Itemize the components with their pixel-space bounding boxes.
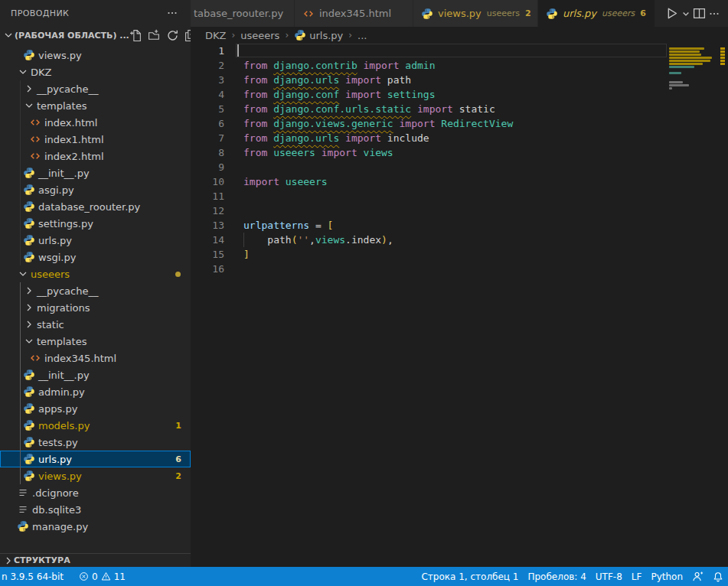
tree-item-index-html[interactable]: index.html [0,114,191,131]
tree-item-db-sqlite3[interactable]: db.sqlite3 [0,501,191,518]
tree-item-apps-py[interactable]: apps.py [0,400,191,417]
code-editor[interactable]: 12from django.contrib import admin3from … [191,44,728,567]
workspace-section-header[interactable]: (РАБОЧАЯ ОБЛАСТЬ) ... [0,27,191,44]
tree-item-views-py[interactable]: views.py [0,47,191,63]
code-line-6[interactable]: 6from django.views.generic import Redire… [191,116,728,131]
tree-item-admin-py[interactable]: admin.py [0,383,191,400]
code-line-16[interactable]: 16 [191,262,728,276]
code-token: from [243,147,273,158]
tab-tabase-roouter-py[interactable]: tabase_roouter.py [191,0,295,27]
split-editor-icon[interactable] [693,7,706,20]
tree-item-index2-html[interactable]: index2.html [0,148,191,164]
tree-item-label: wsgi.py [38,252,76,263]
status-language-mode[interactable]: Python [646,567,687,586]
tree-item-label: index.html [44,117,97,129]
code-line-1[interactable]: 1 [191,44,728,58]
more-actions-icon[interactable] [708,8,720,20]
breadcrumb-label: ... [357,30,367,41]
status-encoding[interactable]: UTF-8 [591,567,627,586]
tree-item-pycache[interactable]: __pycache__ [0,282,191,299]
outline-section-header[interactable]: СТРУКТУРА [0,553,191,567]
tree-item-init-py[interactable]: __init__.py [0,164,191,181]
status-cursor-position[interactable]: Строка 1, столбец 1 [416,567,523,586]
code-token [357,147,364,158]
python-icon [23,436,35,448]
code-line-3[interactable]: 3from django.urls import path [191,73,728,87]
status-eol[interactable]: LF [627,567,647,586]
breadcrumb-item-urls-py[interactable]: urls.py [294,29,343,41]
tree-item-database-roouter-py[interactable]: database_roouter.py [0,198,191,215]
run-dropdown-icon[interactable] [681,9,690,18]
code-line-11[interactable]: 11 [191,189,728,203]
refresh-icon[interactable] [166,29,179,42]
tree-item-dkz[interactable]: DKZ [0,63,191,80]
tree-item-manage-py[interactable]: manage.py [0,518,191,535]
status-notifications[interactable] [708,567,728,586]
code-token [339,132,345,144]
tree-item-settings-py[interactable]: settings.py [0,215,191,232]
tab-views-py[interactable]: views.pyuseeers2 [413,0,538,27]
status-indentation[interactable]: Пробелов: 4 [523,567,590,586]
code-token: '' [297,234,309,246]
status-problems[interactable]: 011 [74,567,130,586]
tree-item-index345-html[interactable]: index345.html [0,350,191,366]
tree-item-migrations[interactable]: migrations [0,299,191,316]
tree-item-models-py[interactable]: models.py1 [0,417,191,434]
tree-item-urls-py[interactable]: urls.py6 [0,451,191,467]
breadcrumb-label: useeers [240,30,279,41]
status-feedback[interactable] [687,567,708,586]
line-number: 2 [191,58,224,73]
code-line-5[interactable]: 5from django.conf.urls.static import sta… [191,102,728,116]
tree-item-views-py[interactable]: views.py2 [0,467,191,484]
python-icon [294,29,306,41]
tree-item-tests-py[interactable]: tests.py [0,434,191,451]
chevron-down-icon [23,99,35,112]
tree-item-templates[interactable]: templates [0,333,191,350]
tree-item-static[interactable]: static [0,316,191,333]
line-content: from django.urls import path [243,73,411,87]
code-line-13[interactable]: 13urlpatterns = [ [191,218,728,233]
indent-guide [20,198,21,215]
breadcrumb-item-useeers[interactable]: useeers [240,30,279,41]
code-line-7[interactable]: 7from django.urls import include [191,131,728,145]
tree-item-templates[interactable]: templates [0,97,191,114]
tree-item-urls-py[interactable]: urls.py [0,232,191,249]
code-token: django.urls [273,132,339,144]
close-icon[interactable]: × [654,8,655,19]
code-line-2[interactable]: 2from django.contrib import admin [191,58,728,73]
tab-index345-html[interactable]: index345.html [295,0,413,27]
views-more-actions-icon[interactable] [166,7,180,21]
indent-guide [20,417,21,434]
minimap-line [669,63,703,65]
code-line-12[interactable]: 12 [191,203,728,218]
code-line-15[interactable]: 15] [191,247,728,262]
tab-urls-py[interactable]: urls.pyuseeers6× [538,0,655,27]
status-python-version[interactable]: n 3.9.5 64-bit [0,567,68,586]
code-line-10[interactable]: 10import useeers [191,174,728,189]
tree-item-pycache[interactable]: __pycache__ [0,80,191,97]
chevron-right-icon [2,555,14,566]
tree-item-useeers[interactable]: useeers [0,265,191,282]
code-line-14[interactable]: 14 path('',views.index), [191,233,728,247]
tree-item-wsgi-py[interactable]: wsgi.py [0,249,191,265]
tree-item-asgi-py[interactable]: asgi.py [0,181,191,198]
tree-item-index1-html[interactable]: index1.html [0,131,191,148]
breadcrumb-item-dkz[interactable]: DKZ [205,30,226,41]
tabs: tabase_roouter.pyindex345.htmlviews.pyus… [191,0,655,27]
chevron-right-icon [23,318,35,330]
code-line-4[interactable]: 4from django.conf import settings [191,87,728,102]
tab-problems-badge: 6 [640,8,646,18]
minimap[interactable] [668,44,720,158]
new-file-icon[interactable] [129,29,142,42]
run-icon[interactable] [664,6,679,21]
tree-item-init-py[interactable]: __init__.py [0,366,191,383]
indent-guide [20,316,21,333]
file-icon [17,487,29,499]
tree-item-dcignore[interactable]: .dcignore [0,484,191,501]
new-folder-icon[interactable] [148,29,161,42]
code-line-8[interactable]: 8from useeers import views [191,145,728,160]
minimap-line [669,87,672,90]
code-line-9[interactable]: 9 [191,160,728,174]
warning-mark [720,50,725,53]
breadcrumb-item-[interactable]: ... [357,30,367,41]
